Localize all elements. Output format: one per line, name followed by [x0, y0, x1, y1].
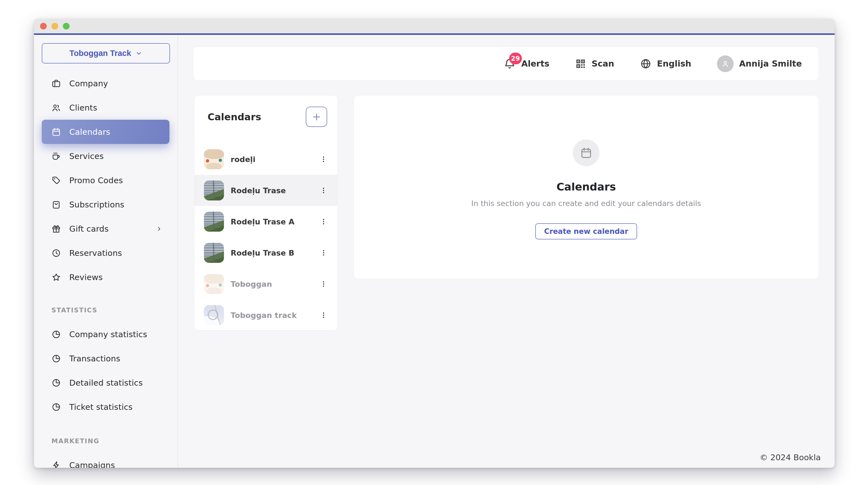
alerts-badge: 29 — [509, 53, 522, 64]
main-content: 29 Alerts Scan English — [178, 35, 835, 468]
sidebar-item-company-statistics[interactable]: Company statistics — [42, 322, 169, 346]
user-name: Annija Smilte — [739, 59, 802, 68]
users-icon — [52, 103, 61, 112]
calendars-panel-title: Calendars — [208, 111, 261, 122]
calendar-thumbnail — [204, 149, 224, 169]
workspace-name: Toboggan Track — [69, 49, 131, 58]
kebab-menu-icon[interactable] — [317, 182, 330, 199]
gift-icon — [52, 224, 61, 234]
kebab-menu-icon[interactable] — [317, 307, 330, 323]
sidebar-item-transactions[interactable]: Transactions — [42, 346, 169, 371]
app-window: Toboggan Track Company Client — [34, 19, 835, 468]
person-avatar-icon — [717, 55, 734, 72]
sidebar-item-label: Gift cards — [69, 224, 108, 234]
calendar-icon — [52, 127, 61, 137]
sidebar-item-subscriptions[interactable]: Subscriptions — [42, 192, 169, 217]
calendar-list: rodeļi Rodeļu Trase — [194, 144, 338, 331]
sidebar: Toboggan Track Company Client — [34, 35, 178, 468]
section-label-statistics: STATISTICS — [52, 307, 178, 314]
sidebar-item-label: Campaigns — [69, 460, 115, 468]
plus-icon — [312, 112, 321, 122]
minimize-window-button[interactable] — [52, 23, 58, 30]
calendar-thumbnail — [204, 211, 224, 232]
scan-button[interactable]: Scan — [575, 58, 614, 69]
sidebar-item-label: Company — [69, 79, 108, 88]
sidebar-nav-statistics: Company statistics Transactions Detailed… — [34, 322, 178, 419]
kebab-menu-icon[interactable] — [317, 213, 330, 230]
pie-chart-icon — [52, 354, 61, 363]
sidebar-item-clients[interactable]: Clients — [42, 95, 169, 120]
sidebar-item-label: Detailed statistics — [69, 378, 143, 388]
language-label: English — [657, 59, 691, 68]
workspace-selector[interactable]: Toboggan Track — [42, 43, 170, 63]
bell-icon: 29 — [503, 58, 516, 70]
chevron-down-icon — [135, 50, 142, 57]
sidebar-item-services[interactable]: Services — [42, 144, 169, 168]
sidebar-item-label: Ticket statistics — [69, 402, 133, 412]
sidebar-item-label: Services — [69, 151, 104, 161]
calendar-list-item[interactable]: Toboggan — [194, 268, 338, 299]
sidebar-item-calendars[interactable]: Calendars — [42, 120, 169, 144]
sidebar-item-label: Company statistics — [69, 330, 147, 339]
calendar-icon — [573, 140, 599, 166]
pie-chart-icon — [52, 378, 61, 388]
chevron-right-icon — [156, 226, 162, 232]
sidebar-item-label: Promo Codes — [69, 176, 123, 185]
pie-chart-icon — [52, 330, 61, 339]
calendar-list-item[interactable]: Rodeļu Trase B — [194, 237, 338, 268]
user-menu[interactable]: Annija Smilte — [717, 55, 802, 72]
empty-state-title: Calendars — [556, 181, 616, 193]
sidebar-item-label: Transactions — [69, 354, 120, 363]
maximize-window-button[interactable] — [63, 23, 69, 30]
tag-icon — [52, 176, 61, 185]
calendars-panel: Calendars rodeļi — [194, 95, 338, 331]
sidebar-item-detailed-statistics[interactable]: Detailed statistics — [42, 371, 169, 395]
calendar-list-item[interactable]: rodeļi — [194, 144, 338, 175]
desktop-background: Toboggan Track Company Client — [0, 0, 868, 485]
qr-scan-icon — [575, 58, 586, 69]
briefcase-icon — [52, 79, 61, 88]
sidebar-item-label: Clients — [69, 103, 97, 112]
close-window-button[interactable] — [40, 23, 47, 30]
calendar-thumbnail — [204, 180, 224, 200]
sidebar-item-campaigns[interactable]: Campaigns — [42, 453, 169, 468]
language-selector[interactable]: English — [640, 58, 691, 69]
sidebar-item-reviews[interactable]: Reviews — [42, 265, 169, 289]
sidebar-item-promo-codes[interactable]: Promo Codes — [42, 168, 169, 192]
shopping-bag-icon — [52, 200, 61, 209]
sidebar-item-label: Reservations — [69, 248, 122, 258]
pie-chart-icon — [52, 402, 61, 412]
sidebar-item-gift-cards[interactable]: Gift cards — [42, 217, 169, 241]
calendar-detail-empty-state: Calendars In this section you can create… — [353, 95, 819, 279]
copyright-text: © 2024 Bookla — [760, 453, 821, 462]
window-titlebar — [34, 19, 835, 33]
calendar-list-item[interactable]: Toboggan track — [194, 299, 338, 331]
clock-icon — [52, 248, 61, 258]
kebab-menu-icon[interactable] — [317, 245, 330, 261]
globe-icon — [640, 58, 652, 69]
kebab-menu-icon[interactable] — [317, 276, 330, 292]
sidebar-item-ticket-statistics[interactable]: Ticket statistics — [42, 395, 169, 419]
sidebar-nav-marketing: Campaigns — [34, 453, 178, 468]
sidebar-nav: Company Clients Calendars — [34, 71, 178, 289]
sidebar-item-label: Calendars — [69, 127, 110, 137]
alerts-button[interactable]: 29 Alerts — [503, 58, 550, 70]
sidebar-item-label: Reviews — [69, 273, 103, 282]
kebab-menu-icon[interactable] — [317, 151, 330, 168]
scan-label: Scan — [592, 59, 614, 68]
section-label-marketing: MARKETING — [52, 437, 178, 445]
star-icon — [52, 273, 61, 282]
calendar-thumbnail — [204, 274, 224, 294]
coffee-cup-icon — [52, 151, 61, 161]
lightning-icon — [52, 460, 61, 468]
top-header-bar: 29 Alerts Scan English — [193, 47, 819, 81]
sidebar-item-company[interactable]: Company — [42, 71, 169, 95]
add-calendar-button[interactable] — [306, 107, 327, 127]
sidebar-item-label: Subscriptions — [69, 200, 124, 209]
alerts-label: Alerts — [521, 59, 550, 68]
empty-state-description: In this section you can create and edit … — [471, 199, 701, 208]
sidebar-item-reservations[interactable]: Reservations — [42, 241, 169, 265]
calendar-list-item[interactable]: Rodeļu Trase A — [194, 206, 338, 237]
create-new-calendar-button[interactable]: Create new calendar — [535, 223, 637, 239]
calendar-list-item[interactable]: Rodeļu Trase — [194, 175, 338, 206]
